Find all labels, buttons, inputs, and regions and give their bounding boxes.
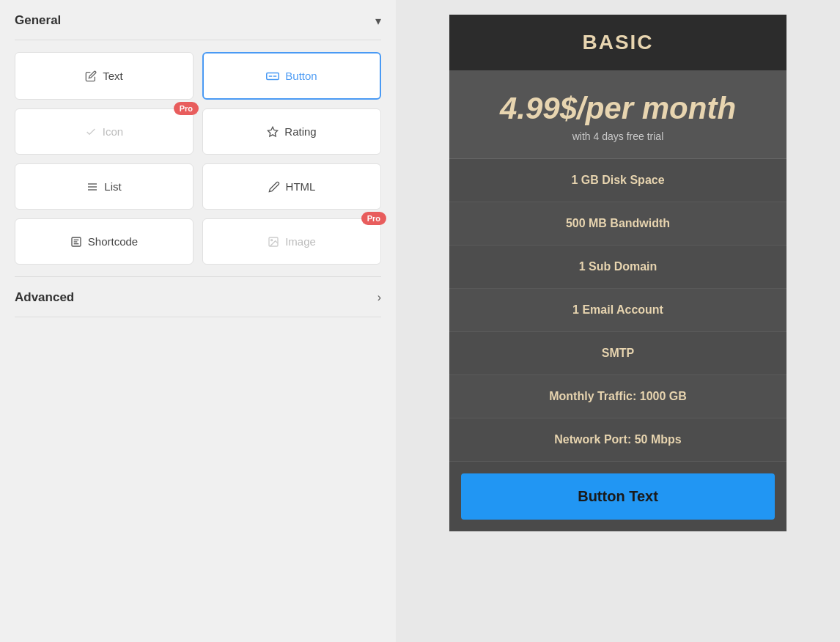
widget-button-label: Button — [285, 70, 317, 82]
widget-image-label: Image — [285, 235, 316, 248]
pricing-card: BASIC 4.99$/per month with 4 days free t… — [449, 15, 786, 531]
widget-rating-label: Rating — [284, 125, 316, 138]
pricing-feature-subdomain: 1 Sub Domain — [449, 246, 786, 289]
widget-text[interactable]: Text — [15, 52, 194, 100]
widget-grid: Text Button Pro Icon — [15, 40, 381, 276]
pricing-card-price: 4.99$/per month — [464, 91, 772, 126]
pricing-card-price-section: 4.99$/per month with 4 days free trial — [449, 70, 786, 159]
edit-icon — [85, 70, 97, 82]
list-icon — [86, 181, 98, 193]
svg-rect-0 — [267, 73, 279, 79]
advanced-section-title: Advanced — [15, 290, 74, 305]
widget-icon[interactable]: Pro Icon — [15, 108, 194, 155]
advanced-section-header[interactable]: Advanced › — [15, 276, 381, 317]
general-section-header[interactable]: General ▾ — [15, 0, 381, 40]
widget-list-label: List — [104, 180, 121, 193]
svg-marker-3 — [268, 127, 278, 136]
pricing-feature-bandwidth: 500 MB Bandwidth — [449, 202, 786, 246]
widget-shortcode[interactable]: Shortcode — [15, 218, 194, 265]
pricing-feature-email: 1 Email Account — [449, 289, 786, 332]
pricing-card-header: BASIC — [449, 15, 786, 70]
shortcode-icon — [70, 236, 82, 248]
advanced-expand-icon: › — [377, 291, 381, 304]
pricing-feature-disk: 1 GB Disk Space — [449, 159, 786, 202]
check-icon — [85, 126, 97, 138]
general-collapse-icon: ▾ — [375, 14, 381, 28]
image-icon — [268, 236, 279, 248]
star-icon — [267, 126, 279, 138]
pencil-icon — [268, 181, 280, 193]
widget-icon-label: Icon — [103, 125, 123, 138]
pro-badge-icon: Pro — [174, 102, 199, 115]
pricing-card-trial: with 4 days free trial — [464, 130, 772, 142]
button-icon — [266, 71, 279, 81]
general-section-title: General — [15, 13, 61, 28]
widget-button[interactable]: Button — [202, 52, 381, 100]
right-panel: BASIC 4.99$/per month with 4 days free t… — [396, 0, 840, 642]
pricing-card-title: BASIC — [582, 31, 653, 54]
pricing-feature-smtp: SMTP — [449, 332, 786, 375]
widget-image[interactable]: Pro Image — [202, 218, 381, 265]
svg-point-15 — [271, 239, 273, 240]
widget-html-label: HTML — [286, 180, 316, 193]
pricing-button[interactable]: Button Text — [461, 473, 775, 520]
pro-badge-image: Pro — [361, 212, 386, 225]
pricing-feature-traffic: Monthly Traffic: 1000 GB — [449, 375, 786, 418]
left-panel: General ▾ Text Button — [0, 0, 396, 642]
widget-list[interactable]: List — [15, 163, 194, 210]
widget-html[interactable]: HTML — [202, 163, 381, 210]
widget-shortcode-label: Shortcode — [88, 235, 138, 248]
widget-rating[interactable]: Rating — [202, 108, 381, 155]
widget-text-label: Text — [103, 70, 123, 82]
pricing-feature-network: Network Port: 50 Mbps — [449, 418, 786, 462]
